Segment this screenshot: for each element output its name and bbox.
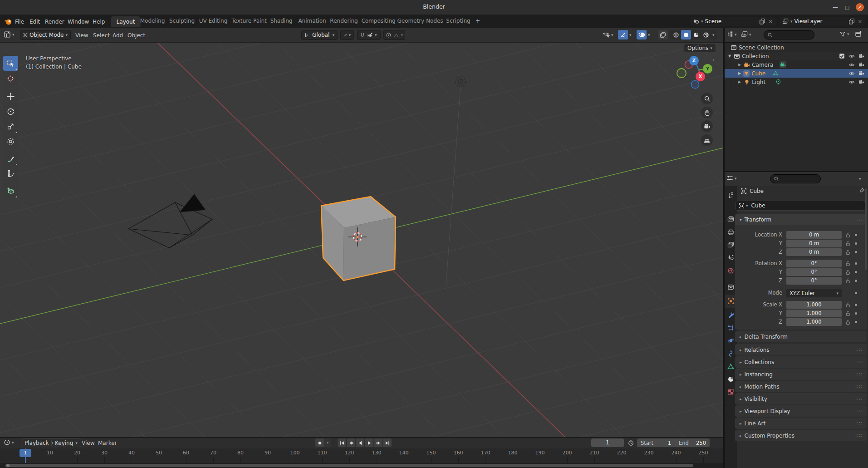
navigation-gizmo[interactable]	[672, 49, 723, 94]
lock-icon[interactable]	[845, 269, 851, 275]
section-custom-properties[interactable]: ▸Custom Properties∷∷	[735, 430, 867, 441]
tab-collection[interactable]	[726, 283, 735, 291]
cube-object[interactable]	[321, 197, 396, 281]
unlink-scene-icon[interactable]	[768, 19, 773, 24]
falloff-curve-icon[interactable]	[393, 32, 399, 38]
rotation-x-field[interactable]: 0°	[786, 260, 842, 267]
section-instancing[interactable]: ▸Instancing∷∷	[735, 369, 867, 380]
workspace-tab-uv-editing[interactable]: UV Editing	[199, 18, 228, 24]
maximize-button[interactable]: ▢	[843, 3, 851, 11]
tool-rotate[interactable]	[3, 104, 18, 119]
next-keyframe-button[interactable]	[374, 438, 383, 447]
pivot-point-selector[interactable]: ▾	[340, 30, 354, 40]
hide-eye-icon[interactable]	[848, 53, 855, 59]
proportional-editing-icon[interactable]	[386, 32, 392, 38]
viewlayer-selector[interactable]: ▾ ViewLayer	[779, 16, 866, 26]
viewport-zoom-button[interactable]	[701, 93, 713, 104]
panel-drag-dots[interactable]: ∷∷	[855, 396, 862, 401]
menu-file[interactable]: File	[15, 19, 24, 25]
section-line-art[interactable]: ▸Line Art∷∷	[735, 418, 867, 429]
editor-type-selector-outliner[interactable]: ▾	[726, 31, 737, 38]
tool-transform[interactable]	[3, 134, 18, 149]
section-collections[interactable]: ▸Collections∷∷	[735, 356, 867, 368]
hide-eye-icon[interactable]	[848, 70, 855, 77]
tab-object-data[interactable]	[726, 362, 735, 371]
snap-target-icon[interactable]	[367, 32, 373, 38]
transform-orientation-selector[interactable]: Global ▾	[301, 30, 338, 40]
animate-property-dot[interactable]	[855, 234, 857, 236]
current-frame-field[interactable]: 1	[591, 438, 624, 447]
gizmo-axis-z[interactable]: Z	[689, 56, 699, 65]
disclosure-triangle-icon[interactable]: ▶	[738, 80, 741, 84]
scene-name[interactable]: Scene	[705, 18, 722, 25]
viewport-camera-view-button[interactable]	[701, 120, 713, 132]
blender-logo-icon[interactable]	[4, 17, 13, 26]
viewport-perspective-toggle-button[interactable]	[701, 134, 713, 146]
menu-render[interactable]: Render	[45, 19, 64, 25]
menu-add[interactable]: Add	[113, 32, 123, 39]
editor-type-selector-timeline[interactable]: ▾	[4, 439, 14, 446]
outliner-search-input[interactable]	[764, 30, 814, 39]
section-visibility[interactable]: ▸Visibility∷∷	[735, 393, 867, 404]
camera-object[interactable]	[128, 194, 212, 248]
gizmo-axis-neg-y[interactable]	[677, 69, 686, 78]
scale-x-field[interactable]: 1.000	[786, 301, 842, 309]
minimize-button[interactable]: —	[831, 3, 839, 11]
panel-drag-dots[interactable]: ∷∷	[855, 217, 862, 222]
new-scene-icon[interactable]	[759, 18, 765, 25]
animate-property-dot[interactable]	[855, 262, 857, 265]
shading-solid-button[interactable]	[681, 30, 691, 39]
rotation-z-field[interactable]: 0°	[786, 277, 842, 285]
section-delta-transform[interactable]: ▸Delta Transform	[735, 331, 867, 342]
mesh-data-badge[interactable]	[773, 70, 779, 76]
timeline-view-menu[interactable]: View	[82, 440, 94, 446]
animate-property-dot[interactable]	[855, 271, 857, 273]
tab-texture[interactable]	[726, 388, 735, 396]
panel-drag-dots[interactable]: ∷∷	[855, 372, 862, 377]
tab-view-layer[interactable]	[726, 241, 735, 249]
auto-key-options-chevron[interactable]: ▾	[324, 438, 331, 447]
rotation-mode-dropdown[interactable]: XYZ Euler ▾	[786, 289, 842, 297]
object-visibility-dropdown[interactable]: ▾	[602, 31, 613, 39]
jump-to-start-button[interactable]	[338, 438, 346, 447]
outliner-filter-button[interactable]: ▾	[839, 31, 849, 37]
rotation-y-field[interactable]: 0°	[786, 268, 842, 276]
timeline-marker-menu[interactable]: Marker	[98, 440, 117, 446]
panel-drag-dots[interactable]: ∷∷	[855, 409, 862, 414]
tool-move[interactable]	[3, 89, 18, 104]
tool-measure[interactable]	[3, 166, 18, 181]
animate-property-dot[interactable]	[855, 251, 857, 253]
panel-drag-dots[interactable]: ∷∷	[855, 360, 862, 365]
scene-selector[interactable]: ▾ Scene	[690, 16, 776, 26]
panel-drag-dots[interactable]: ∷∷	[855, 384, 862, 389]
menu-window[interactable]: Window	[68, 19, 89, 25]
animate-property-dot[interactable]	[855, 321, 857, 323]
animate-property-dot[interactable]	[855, 304, 857, 306]
tab-physics[interactable]	[726, 336, 735, 345]
menu-select[interactable]: Select	[93, 32, 110, 39]
properties-scrollbar[interactable]	[865, 188, 867, 270]
lock-icon[interactable]	[845, 241, 851, 246]
auto-keyframe-record-button[interactable]	[315, 438, 324, 447]
animate-property-dot[interactable]	[855, 292, 857, 294]
lock-icon[interactable]	[845, 302, 851, 308]
lock-icon[interactable]	[845, 310, 851, 316]
panel-drag-dots[interactable]: ∷∷	[855, 421, 862, 426]
lock-icon[interactable]	[845, 278, 851, 284]
tab-constraints[interactable]	[726, 349, 735, 358]
location-z-field[interactable]: 0 m	[786, 248, 842, 256]
workspace-tab-rendering[interactable]: Rendering	[330, 18, 358, 24]
outliner-row-camera[interactable]: ▶ Camera	[725, 60, 868, 69]
animate-property-dot[interactable]	[855, 280, 857, 282]
disclosure-triangle-icon[interactable]: ▶	[738, 71, 741, 75]
tab-world[interactable]	[726, 266, 735, 275]
add-workspace-button[interactable]: +	[476, 18, 480, 24]
mode-selector[interactable]: Object Mode ▾	[20, 30, 71, 40]
lock-icon[interactable]	[845, 319, 851, 325]
light-object[interactable]	[446, 77, 466, 285]
outliner-row-collection[interactable]: ▼ Collection	[725, 52, 868, 60]
remove-viewlayer-icon[interactable]	[858, 19, 863, 24]
tool-annotate[interactable]	[3, 151, 18, 166]
tool-scale[interactable]	[3, 119, 18, 134]
object-name-field[interactable]: ▾ Cube	[736, 201, 865, 211]
